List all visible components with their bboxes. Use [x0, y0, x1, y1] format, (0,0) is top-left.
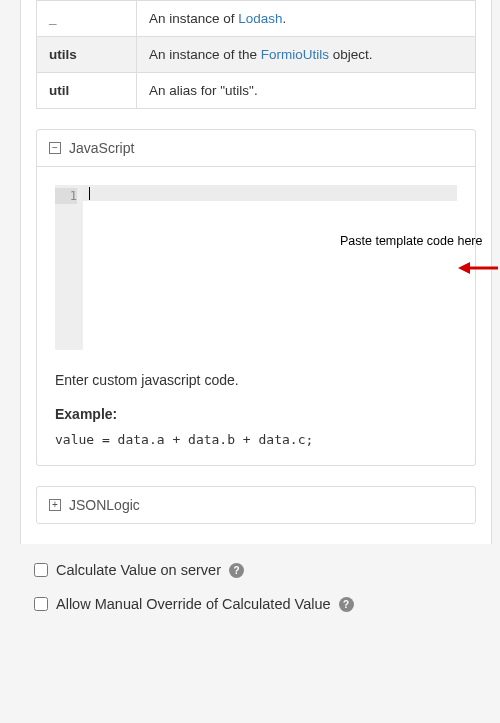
var-name: utils — [37, 37, 137, 73]
manual-override-checkbox[interactable] — [34, 597, 48, 611]
calculate-server-option[interactable]: Calculate Value on server ? — [34, 562, 500, 578]
collapse-icon: − — [49, 142, 61, 154]
javascript-panel-header[interactable]: − JavaScript — [37, 130, 475, 167]
editor-gutter: 1 — [55, 185, 83, 350]
code-editor[interactable]: 1 — [55, 185, 457, 350]
var-name: _ — [37, 1, 137, 37]
variables-table: _ An instance of Lodash. utils An instan… — [36, 0, 476, 109]
table-row: utils An instance of the FormioUtils obj… — [37, 37, 476, 73]
panel-title: JSONLogic — [69, 497, 140, 513]
arrow-icon — [458, 258, 498, 278]
example-code: value = data.a + data.b + data.c; — [55, 432, 457, 447]
checkbox-label: Calculate Value on server — [56, 562, 221, 578]
help-icon[interactable]: ? — [339, 597, 354, 612]
var-desc: An alias for "utils". — [137, 73, 476, 109]
var-desc: An instance of the FormioUtils object. — [137, 37, 476, 73]
annotation-text: Paste template code here — [340, 234, 482, 248]
expand-icon: + — [49, 499, 61, 511]
table-row: _ An instance of Lodash. — [37, 1, 476, 37]
active-line — [83, 185, 457, 201]
javascript-panel: − JavaScript 1 Enter custom javascript c… — [36, 129, 476, 466]
manual-override-option[interactable]: Allow Manual Override of Calculated Valu… — [34, 596, 500, 612]
line-number: 1 — [55, 188, 77, 204]
var-name: util — [37, 73, 137, 109]
example-label: Example: — [55, 406, 457, 422]
editor-code-area[interactable] — [83, 185, 457, 350]
lodash-link[interactable]: Lodash — [238, 11, 282, 26]
panel-title: JavaScript — [69, 140, 134, 156]
table-row: util An alias for "utils". — [37, 73, 476, 109]
settings-panel: _ An instance of Lodash. utils An instan… — [20, 0, 492, 544]
formioutils-link[interactable]: FormioUtils — [261, 47, 329, 62]
jsonlogic-panel-header[interactable]: + JSONLogic — [37, 487, 475, 523]
javascript-panel-body: 1 Enter custom javascript code. Example:… — [37, 167, 475, 465]
var-desc: An instance of Lodash. — [137, 1, 476, 37]
svg-marker-1 — [458, 262, 470, 274]
checkbox-label: Allow Manual Override of Calculated Valu… — [56, 596, 331, 612]
editor-hint: Enter custom javascript code. — [55, 372, 457, 388]
text-cursor — [89, 187, 90, 200]
help-icon[interactable]: ? — [229, 563, 244, 578]
jsonlogic-panel: + JSONLogic — [36, 486, 476, 524]
calculate-server-checkbox[interactable] — [34, 563, 48, 577]
